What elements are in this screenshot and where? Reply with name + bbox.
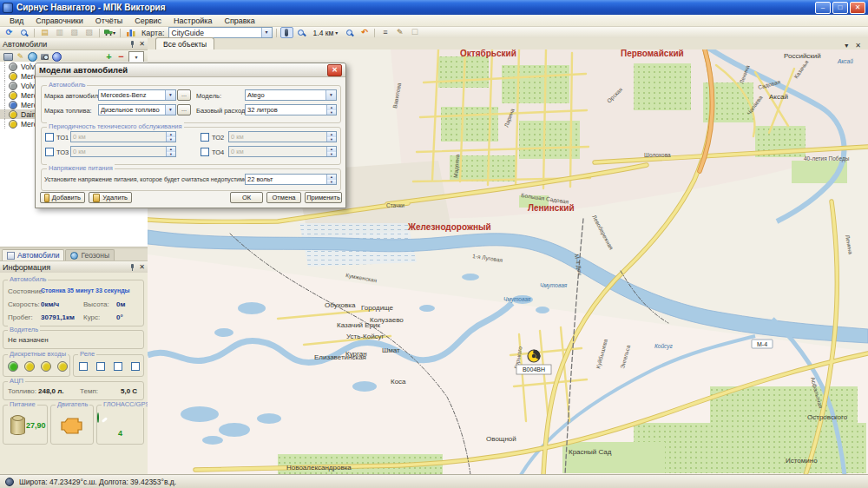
remove-vehicle-button[interactable]: − bbox=[116, 52, 126, 62]
snapshot-button[interactable] bbox=[40, 52, 49, 62]
minimize-button[interactable]: – bbox=[815, 2, 831, 14]
voltage-spinner[interactable]: 22 вольт ▴▾ bbox=[245, 174, 337, 185]
fuel-value: 248,0 л. bbox=[38, 387, 64, 395]
menu-view[interactable]: Вид bbox=[3, 16, 30, 25]
menu-settings[interactable]: Настройка bbox=[168, 16, 218, 25]
web-button[interactable] bbox=[52, 52, 62, 62]
model-combobox[interactable]: Atego ▾ bbox=[245, 89, 337, 101]
ok-button[interactable]: ОК bbox=[230, 192, 263, 203]
consumption-spinner[interactable]: 32 литров ▴▾ bbox=[245, 104, 337, 115]
dialog-vehicle-models: Модели автомобилей ✕ Автомобиль Марка ав… bbox=[35, 63, 346, 208]
menu-bar: Вид Справочники Отчёты Сервис Настройка … bbox=[0, 15, 868, 27]
fuel-type-combobox[interactable]: Дизельное топливо ▾ bbox=[98, 104, 176, 115]
maximize-button[interactable]: □ bbox=[832, 2, 848, 14]
edit-icon: ✎ bbox=[397, 29, 404, 36]
to3-checkbox[interactable]: ТО3 bbox=[45, 148, 69, 156]
temperature-value: 5,0 С bbox=[121, 387, 137, 395]
window-titlebar[interactable]: Сирнус Навигатор - МПК Виктория – □ ✕ bbox=[0, 0, 868, 15]
search-icon bbox=[21, 30, 28, 36]
map-label: Стачки bbox=[386, 202, 404, 208]
map-label: Чмутовая bbox=[503, 296, 531, 303]
to1-spinner[interactable]: 0 км ▴▾ bbox=[70, 131, 176, 142]
select-tool-button[interactable]: ☐ bbox=[408, 27, 421, 38]
spinner-arrows: ▴▾ bbox=[326, 147, 336, 156]
info-panel-title: Информация bbox=[3, 263, 50, 272]
vehicle-status-icon bbox=[9, 63, 17, 71]
close-panel-button[interactable]: ✕ bbox=[139, 41, 145, 48]
refresh-button[interactable]: ⟳ bbox=[3, 27, 16, 38]
vehicles-filter-button[interactable]: ▾ bbox=[103, 27, 116, 38]
map-panel-close[interactable]: ✕ bbox=[855, 43, 861, 49]
dialog-titlebar[interactable]: Модели автомобилей ✕ bbox=[36, 63, 345, 77]
relay-checkbox[interactable] bbox=[79, 362, 88, 371]
main-toolbar: ⟳ ▤ ▥ ▧ ▨ ▾ Карта: CityGuide ▾ 1.4 км ▾ bbox=[0, 27, 868, 39]
notes-button[interactable]: ✎ bbox=[393, 27, 406, 38]
relay-checkbox[interactable] bbox=[96, 362, 105, 371]
reports-chart-button[interactable] bbox=[124, 27, 137, 38]
to4-checkbox[interactable]: ТО4 bbox=[201, 148, 224, 156]
search-button[interactable] bbox=[17, 27, 30, 38]
copy-button[interactable]: ▧ bbox=[68, 27, 81, 38]
zoom-in-button[interactable] bbox=[295, 27, 308, 38]
vehicle-status-icon bbox=[9, 120, 17, 129]
legend-button[interactable]: ≡ bbox=[378, 27, 391, 38]
brand-combobox[interactable]: Mercedes-Benz ▾ bbox=[98, 89, 176, 101]
print-map-button[interactable]: ▥ bbox=[53, 27, 66, 38]
apply-button[interactable]: Применить bbox=[305, 192, 342, 203]
maximize-icon: □ bbox=[838, 3, 843, 11]
zoom-out-button[interactable] bbox=[343, 27, 356, 38]
scale-select[interactable]: 1.4 км ▾ bbox=[310, 27, 342, 38]
map-panel-dropdown[interactable]: ▾ bbox=[845, 43, 848, 49]
open-map-button[interactable]: ▤ bbox=[38, 27, 51, 38]
pin-icon[interactable] bbox=[129, 41, 135, 47]
fuel-more-button[interactable]: ... bbox=[177, 104, 191, 115]
pin-icon[interactable] bbox=[129, 264, 135, 270]
menu-service[interactable]: Сервис bbox=[128, 16, 168, 25]
brand-more-button[interactable]: ... bbox=[177, 89, 191, 101]
gps-status-icon bbox=[5, 478, 14, 486]
close-panel-button[interactable]: ✕ bbox=[139, 264, 145, 271]
cancel-button[interactable]: Отмена bbox=[266, 192, 301, 203]
state-label: Состояние: bbox=[8, 287, 44, 295]
to4-spinner[interactable]: 0 км ▴▾ bbox=[228, 146, 337, 157]
map-label: Усть-Койсуг bbox=[346, 333, 385, 340]
spinner-arrows[interactable]: ▴▾ bbox=[326, 175, 336, 184]
chevron-down-icon: ▾ bbox=[113, 30, 115, 36]
spinner-arrows[interactable]: ▴▾ bbox=[326, 105, 336, 115]
to2-checkbox[interactable]: ТО2 bbox=[201, 133, 224, 142]
show-on-map-button[interactable] bbox=[28, 52, 37, 62]
menu-reports[interactable]: Отчёты bbox=[89, 16, 128, 25]
add-model-button[interactable]: Добавить bbox=[40, 192, 85, 203]
close-window-button[interactable]: ✕ bbox=[850, 2, 865, 14]
map-select-value: CityGuide bbox=[169, 29, 261, 37]
menu-directories[interactable]: Справочники bbox=[30, 16, 89, 25]
edit-vehicle-button[interactable]: ✎ bbox=[16, 52, 25, 62]
menu-help[interactable]: Справка bbox=[218, 16, 260, 25]
relay-checkbox[interactable] bbox=[114, 362, 122, 371]
refresh-icon: ⟳ bbox=[6, 29, 13, 36]
toolbar-separator bbox=[120, 29, 121, 37]
map-label: Койсуг bbox=[654, 343, 673, 350]
tab-geozones[interactable]: Геозоны bbox=[65, 249, 115, 260]
relay-checkbox[interactable] bbox=[131, 362, 140, 371]
print-list-button[interactable] bbox=[3, 52, 13, 62]
info-panel: Автомобиль Состояние: Стоянка 35 минут 3… bbox=[0, 273, 148, 475]
add-model-icon bbox=[44, 194, 49, 202]
info-vehicle-group: Автомобиль Состояние: Стоянка 35 минут 3… bbox=[3, 280, 144, 326]
vehicles-panel-header: Автомобили ✕ bbox=[0, 38, 148, 50]
follow-vehicle-button[interactable] bbox=[280, 27, 293, 38]
view-mode-dropdown[interactable]: ▾ bbox=[128, 51, 144, 63]
to2-spinner[interactable]: 0 км ▴▾ bbox=[228, 131, 337, 142]
add-vehicle-button[interactable]: + bbox=[104, 52, 114, 62]
measure-button[interactable]: ▨ bbox=[82, 27, 95, 38]
vehicles-panel-title: Автомобили bbox=[3, 40, 47, 49]
delete-model-button[interactable]: Удалить bbox=[89, 192, 132, 203]
to3-spinner[interactable]: 0 км ▴▾ bbox=[70, 146, 176, 157]
to1-checkbox[interactable]: ТО1 bbox=[45, 133, 69, 142]
tab-all-objects[interactable]: Все объекты bbox=[155, 37, 214, 49]
consumption-label: Базовый расход: bbox=[196, 107, 247, 115]
dialog-close-button[interactable]: ✕ bbox=[327, 64, 342, 76]
engine-icon bbox=[59, 415, 85, 434]
back-button[interactable]: ↶ bbox=[358, 27, 371, 38]
tab-vehicles[interactable]: Автомобили bbox=[2, 249, 64, 260]
